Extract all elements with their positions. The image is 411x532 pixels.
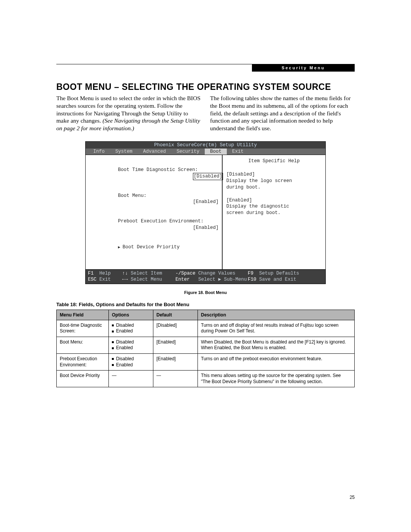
key-label: Help [99, 271, 111, 276]
help-line: screen during boot. [226, 210, 322, 216]
th-options: Options [109, 310, 153, 320]
submenu-label: Boot Device Priority [123, 244, 180, 250]
bios-tab-exit[interactable]: Exit [227, 149, 249, 155]
bios-setting-bootmenu[interactable]: Boot Menu: [Enabled] [89, 186, 218, 212]
options-table: Menu Field Options Default Description B… [56, 310, 355, 388]
footer-row-2: ESC Exit←→ Select MenuEnter Select ▶ Sub… [88, 276, 323, 283]
bios-tab-boot[interactable]: Boot [205, 149, 227, 155]
cell-options: DisabledEnabled [109, 337, 153, 353]
triangle-right-icon: ▶ [118, 245, 123, 249]
cell-description: This menu allows setting up the source f… [198, 371, 355, 387]
bios-tab-bar: Info System Advanced Security Boot Exit [86, 149, 325, 155]
key-leftright: ←→ [122, 277, 128, 282]
setting-value[interactable]: [Disabled] [193, 173, 223, 180]
key-label: Select Menu [131, 277, 162, 282]
bios-tab-info[interactable]: Info [88, 149, 110, 155]
setting-value[interactable]: [Enabled] [193, 199, 219, 205]
cell-default: [Disabled] [153, 320, 198, 337]
cell-options: DisabledEnabled [109, 354, 153, 371]
cell-default: [Enabled] [153, 337, 198, 353]
table-title: Table 18: Fields, Options and Defaults f… [56, 302, 355, 307]
key-esc: ESC [88, 277, 97, 282]
figure-caption: Figure 18. Boot Menu [56, 290, 355, 295]
bios-screenshot: Phoenix SecureCore(tm) Setup Utility Inf… [85, 141, 326, 284]
help-panel-title: Item Specific Help [226, 158, 322, 165]
key-label: Select Item [131, 271, 162, 276]
setting-label: Boot Menu: [118, 193, 147, 198]
bios-footer: F1 Help↑↓ Select Item-/Space Change Valu… [86, 270, 325, 284]
bios-setting-pxe[interactable]: Preboot Execution Environment: [Enabled] [89, 212, 218, 238]
help-line: Display the logo screen [226, 178, 322, 184]
th-default: Default [153, 310, 198, 320]
cell-menu-field: Boot Menu: [57, 337, 109, 353]
bios-setting-diagnostic[interactable]: Boot Time Diagnostic Screen: [Disabled] [89, 160, 218, 186]
key-label: Select ▶ Sub-Menu [198, 277, 247, 282]
section-badge: Security Menu [252, 64, 355, 72]
page-number: 25 [350, 495, 355, 500]
cell-options: — [109, 371, 153, 387]
setting-value[interactable]: [Enabled] [193, 225, 219, 231]
bios-submenu-boot-device-priority[interactable]: ▶ Boot Device Priority [89, 238, 218, 257]
key-f10: F10 [248, 277, 256, 282]
help-line: [Disabled] [226, 171, 322, 178]
cell-default: — [153, 371, 198, 387]
table-row: Boot Device Priority——This menu allows s… [57, 371, 355, 387]
table-row: Boot Menu:DisabledEnabled[Enabled]When D… [57, 337, 355, 353]
setting-label: Preboot Execution Environment: [118, 219, 204, 224]
cell-menu-field: Boot-time Diagnostic Screen: [57, 320, 109, 337]
key-label: Exit [99, 277, 111, 282]
bios-help-panel: Item Specific Help [Disabled] Display th… [223, 155, 325, 269]
cell-menu-field: Boot Device Priority [57, 371, 109, 387]
intro-right-text: The following tables show the names of t… [210, 94, 355, 132]
key-enter: Enter [175, 277, 190, 282]
cell-description: Turns on and off the preboot execution e… [198, 354, 355, 371]
key-updown: ↑↓ [122, 271, 128, 276]
table-header-row: Menu Field Options Default Description [57, 310, 355, 320]
intro-columns: The Boot Menu is used to select the orde… [56, 94, 355, 132]
cell-menu-field: Preboot Execution Environment: [57, 354, 109, 371]
help-line [226, 191, 322, 197]
cell-description: Turns on and off display of test results… [198, 320, 355, 337]
th-description: Description [198, 310, 355, 320]
page-title: BOOT MENU – SELECTING THE OPERATING SYST… [56, 82, 355, 92]
bios-tab-security[interactable]: Security [171, 149, 205, 155]
bios-settings-panel: Boot Time Diagnostic Screen: [Disabled] … [86, 155, 223, 269]
setting-label: Boot Time Diagnostic Screen: [118, 167, 198, 173]
cell-description: When Disabled, the Boot Menu is disabled… [198, 337, 355, 353]
th-menu-field: Menu Field [57, 310, 109, 320]
footer-row-1: F1 Help↑↓ Select Item-/Space Change Valu… [88, 270, 323, 276]
help-line: [Enabled] [226, 197, 322, 204]
key-label: Setup Defaults [259, 271, 299, 276]
key-f1: F1 [88, 271, 94, 276]
table-row: Preboot Execution Environment:DisabledEn… [57, 354, 355, 371]
table-row: Boot-time Diagnostic Screen:DisabledEnab… [57, 320, 355, 337]
key-label: Save and Exit [259, 277, 296, 282]
cell-default: [Enabled] [153, 354, 198, 371]
bios-tab-advanced[interactable]: Advanced [138, 149, 171, 155]
cell-options: DisabledEnabled [109, 320, 153, 337]
help-line: during boot. [226, 184, 322, 191]
bios-tab-system[interactable]: System [110, 149, 138, 155]
key-f9: F9 [248, 271, 253, 276]
key-space: -/Space [175, 271, 196, 276]
key-label: Change Values [198, 271, 236, 276]
bios-title-bar: Phoenix SecureCore(tm) Setup Utility [86, 142, 325, 149]
help-line: Display the diagnostic [226, 203, 322, 210]
